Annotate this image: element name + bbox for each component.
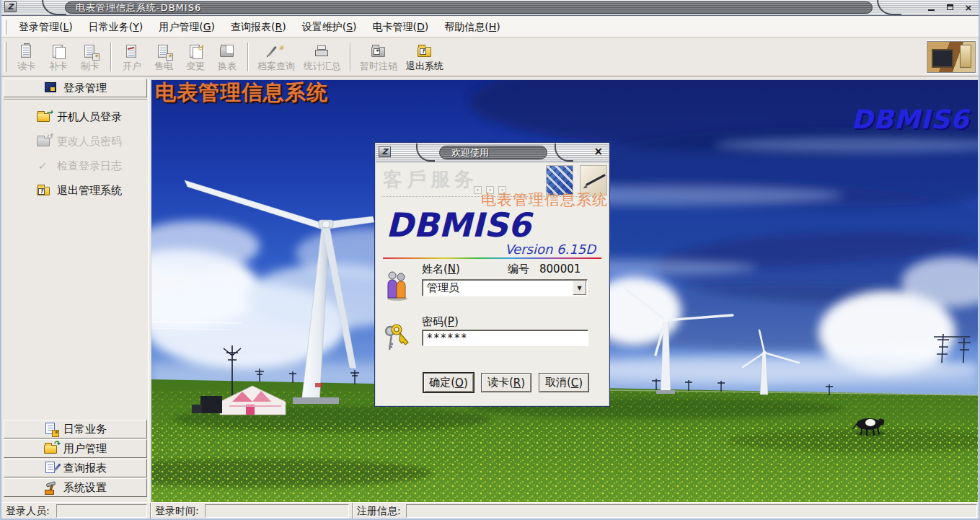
name-label: 姓名(N) (422, 263, 460, 276)
combo-dropdown-button[interactable]: ▼ (573, 281, 586, 295)
toolbar-exit-system[interactable]: ↑ 退出系统 (402, 42, 448, 73)
sidebar: 登录管理 → 开机人员登录 ↺ 更改人员密码 ✓ 检查登录日志 ↑ 退出管理系统… (3, 78, 149, 503)
sidebar-group-login[interactable]: 登录管理 (4, 79, 147, 97)
titlebar: Z 电表管理信息系统-DBMIS6 × (1, 0, 979, 16)
titlebar-swoosh (42, 0, 66, 15)
menu-settings-maintenance[interactable]: 设置维护(S) (294, 18, 365, 37)
toolbar-separator (247, 43, 249, 71)
name-value: 管理员 (427, 281, 459, 295)
dialog-swoosh (555, 144, 573, 162)
users-icon (386, 270, 409, 301)
exit-folder-icon: ↑ (37, 184, 51, 197)
statistics-icon (313, 43, 332, 61)
sidebar-group-user-management[interactable]: ↷ 用户管理 (4, 439, 147, 458)
window-controls: × (925, 2, 974, 12)
restore-button[interactable] (944, 2, 955, 12)
menubar: 登录管理(L) 日常业务(Y) 用户管理(G) 查询报表(R) 设置维护(S) … (1, 17, 979, 38)
status-register-info-label: 注册信息: (357, 505, 401, 518)
change-password-icon: ↺ (37, 135, 51, 148)
sidebar-item-change-password[interactable]: ↺ 更改人员密码 (37, 133, 147, 150)
cancel-button[interactable]: 取消(C) (539, 373, 589, 392)
check-log-icon: ✓ (37, 159, 51, 172)
menu-login[interactable]: 登录管理(L) (11, 18, 81, 37)
open-folder-icon: → (37, 110, 51, 123)
titlebar-swoosh (877, 0, 901, 15)
id-value: 800001 (539, 263, 581, 276)
toolbar-replace-meter[interactable]: 换表 (211, 42, 243, 73)
name-combobox[interactable]: 管理员 ▼ (422, 279, 588, 296)
status-operator-value (56, 504, 147, 518)
statusbar-separator (352, 503, 353, 519)
toolbar-read-card[interactable]: 读卡 (11, 42, 43, 73)
menu-daily-business[interactable]: 日常业务(Y) (81, 18, 151, 37)
read-card-icon (17, 43, 36, 61)
sidebar-item-exit-system[interactable]: ↑ 退出管理系统 (37, 182, 147, 199)
sell-power-icon: * (154, 43, 173, 61)
menu-user-management[interactable]: 用户管理(G) (151, 18, 223, 37)
toolbar-reissue-card[interactable]: 补卡 (43, 42, 74, 73)
sidebar-group-daily-business[interactable]: * 日常业务 (4, 420, 147, 439)
close-button[interactable]: × (963, 2, 974, 12)
toolbar-separator (110, 43, 112, 71)
read-card-button[interactable]: 读卡(R) (481, 373, 531, 392)
statusbar-separator (150, 503, 151, 519)
menu-help[interactable]: 帮助信息(H) (436, 18, 508, 37)
sky-brand-text: DBMIS6 (851, 105, 969, 134)
title-pill: 电表管理信息系统-DBMIS6 (65, 1, 873, 14)
dialog-version: Version 6.15D (505, 242, 596, 257)
dialog-swoosh (416, 144, 435, 162)
sidebar-item-check-login-log[interactable]: ✓ 检查登录日志 (37, 157, 147, 175)
password-value: ****** (427, 332, 468, 345)
toolbar-separator (350, 43, 351, 71)
menu-card-management[interactable]: 电卡管理(D) (365, 18, 437, 37)
sidebar-group-system-settings[interactable]: 系统设置 (4, 478, 147, 497)
reissue-card-icon (49, 43, 68, 61)
sidebar-group-report-query[interactable]: 查询报表 (4, 459, 147, 477)
toolbar: 读卡 补卡 * 制卡 开户 * 售电 ↺ 变更 换表 ✳ (1, 38, 979, 77)
dialog-logo-icon: Z (379, 146, 391, 157)
system-settings-icon (44, 481, 58, 494)
user-management-icon: ↷ (44, 442, 58, 455)
toolbar-temp-logout[interactable]: * 暂时注销 (356, 42, 402, 73)
toolbar-grip (4, 42, 6, 72)
sidebar-item-operator-login[interactable]: → 开机人员登录 (37, 108, 147, 125)
toolbar-statistics[interactable]: 统计汇总 (299, 42, 345, 73)
dialog-title-pill: 欢迎使用 (439, 146, 547, 159)
toolbar-archive-query[interactable]: ✳ 档案查询 (253, 42, 299, 73)
keys-icon (382, 321, 410, 353)
dialog-titlebar: Z 欢迎使用 × (376, 144, 609, 162)
open-account-icon (123, 43, 141, 61)
status-register-info-value (406, 504, 977, 518)
login-group-icon (44, 81, 58, 94)
status-login-time-label: 登录时间: (155, 505, 199, 518)
sidebar-items-panel: → 开机人员登录 ↺ 更改人员密码 ✓ 检查登录日志 ↑ 退出管理系统 (4, 99, 147, 415)
window-title: 电表管理信息系统-DBMIS6 (66, 1, 201, 14)
report-query-icon (44, 462, 58, 475)
toolbar-change[interactable]: ↺ 变更 (180, 42, 211, 73)
archive-query-icon: ✳ (267, 43, 286, 61)
dialog-watermark: 客戶服务 (383, 167, 478, 193)
statusbar: 登录人员: 登录时间: 注册信息: (1, 502, 979, 519)
minimize-button[interactable] (925, 2, 937, 12)
toolbar-photo-thumbnail (927, 41, 976, 73)
app-window: Z 电表管理信息系统-DBMIS6 × 登录管理(L) 日常业务(Y) 用户管理… (0, 0, 980, 520)
dialog-title: 欢迎使用 (440, 146, 489, 159)
password-label: 密码(P) (422, 315, 459, 329)
make-card-icon: * (81, 43, 100, 61)
dialog-body: 客戶服务 › › › 电表管理信息系统 DBMIS6 Version 6.15D… (376, 162, 609, 405)
sidebar-bottom-groups: * 日常业务 ↷ 用户管理 查询报表 系统设置 (3, 419, 148, 497)
toolbar-open-account[interactable]: 开户 (116, 42, 148, 73)
ok-button[interactable]: 确定(O) (423, 373, 474, 392)
toolbar-make-card[interactable]: * 制卡 (74, 42, 106, 73)
main-headline: 电表管理信息系统 (155, 79, 328, 107)
password-input[interactable]: ****** (422, 330, 588, 346)
status-operator-label: 登录人员: (6, 505, 50, 518)
status-login-time-value (205, 504, 349, 518)
toolbar-sell-power[interactable]: * 售电 (148, 42, 180, 73)
menu-report-query[interactable]: 查询报表(R) (223, 18, 294, 37)
login-dialog: Z 欢迎使用 × 客戶服务 › › › 电表管理信息系统 DBMIS6 Vers… (374, 142, 610, 407)
dialog-close-button[interactable]: × (593, 146, 603, 157)
app-logo-icon: Z (4, 1, 17, 12)
daily-business-icon: * (44, 423, 58, 436)
id-label: 编号 (508, 263, 529, 276)
